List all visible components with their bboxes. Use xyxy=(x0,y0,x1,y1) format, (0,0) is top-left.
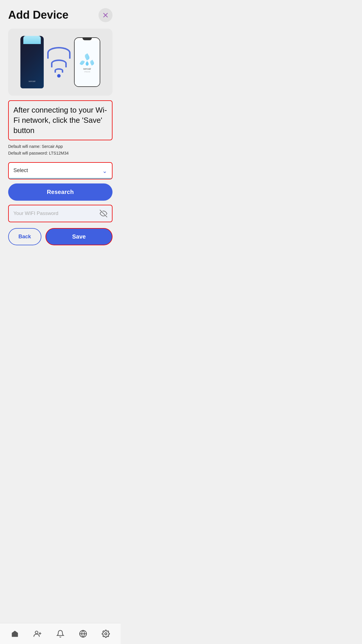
save-button[interactable]: Save xyxy=(45,228,113,245)
device-banner: sercair xyxy=(8,29,113,96)
back-button[interactable]: Back xyxy=(8,228,41,245)
wifi-arc-inner xyxy=(55,68,63,73)
wifi-arc-outer xyxy=(47,47,71,59)
phone-app-icons xyxy=(80,54,94,66)
phone-version: V41210 xyxy=(84,71,90,73)
wifi-default-name: Default wifi name: Sercair App xyxy=(8,143,113,150)
wifi-icon xyxy=(47,47,71,78)
select-underline xyxy=(9,178,111,179)
action-buttons: Back Save xyxy=(0,228,121,245)
wifi-default-password: Default wifi password: LTS12M34 xyxy=(8,150,113,156)
device-label: sercair xyxy=(29,80,36,83)
page-title: Add Device xyxy=(8,9,68,21)
content-area: After connecting to your Wi-Fi network, … xyxy=(0,96,121,228)
password-input[interactable] xyxy=(13,205,100,222)
phone-illustration: sercair V41210 xyxy=(74,37,100,87)
wifi-arc-middle xyxy=(51,60,67,67)
instruction-text: After connecting to your Wi-Fi network, … xyxy=(13,105,107,136)
header: Add Device xyxy=(0,0,121,25)
leaf-icon-1 xyxy=(84,53,90,60)
phone-screen: sercair V41210 xyxy=(75,40,100,86)
device-bottle: sercair xyxy=(20,36,44,88)
eye-hidden-icon[interactable] xyxy=(100,210,107,217)
leaf-icon-3 xyxy=(89,60,95,66)
instruction-box: After connecting to your Wi-Fi network, … xyxy=(8,100,113,140)
network-select-wrapper[interactable]: Select ⌄ xyxy=(8,162,113,179)
research-button[interactable]: Research xyxy=(8,183,113,201)
phone-notch xyxy=(82,38,92,40)
close-button[interactable] xyxy=(99,8,113,22)
leaf-icon-2 xyxy=(80,60,85,66)
wifi-dot xyxy=(57,74,61,78)
password-input-wrapper[interactable] xyxy=(8,205,113,222)
wifi-defaults: Default wifi name: Sercair App Default w… xyxy=(8,143,113,156)
flame-icon xyxy=(85,60,89,66)
phone-app-name: sercair xyxy=(83,67,91,70)
network-select[interactable]: Select xyxy=(9,163,112,178)
device-illustration: sercair xyxy=(8,29,113,96)
